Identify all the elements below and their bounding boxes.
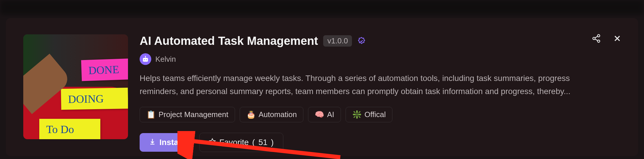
header-row: AI Automated Task Management v1.0.0: [140, 34, 621, 47]
install-button[interactable]: Install: [140, 133, 192, 152]
svg-point-2: [146, 59, 147, 60]
svg-rect-0: [143, 58, 148, 62]
svg-point-10: [593, 37, 595, 40]
author-avatar: [140, 53, 151, 65]
share-button[interactable]: [592, 34, 601, 43]
svg-point-9: [597, 35, 600, 37]
verified-icon: [357, 37, 366, 45]
plugin-card: DONE DOING To Do AI Automated Task Manag…: [6, 18, 638, 156]
tag-label: AI: [327, 110, 334, 119]
svg-line-12: [595, 39, 597, 40]
tag-automation[interactable]: 🎂 Automation: [240, 107, 304, 122]
plugin-content: AI Automated Task Management v1.0.0: [140, 34, 621, 144]
tag-emoji: 📋: [146, 110, 156, 119]
tag-label: Offical: [364, 110, 386, 119]
install-label: Install: [159, 138, 183, 147]
background-blur: [0, 0, 644, 15]
author-name: Kelvin: [155, 55, 176, 64]
svg-marker-6: [209, 139, 215, 144]
plugin-description: Helps teams efficiently manage weekly ta…: [140, 72, 605, 98]
favorite-label: Favorite: [219, 138, 249, 147]
favorite-button[interactable]: Favorite(51): [199, 133, 283, 152]
svg-point-1: [144, 59, 145, 60]
tags-row: 📋 Project Management 🎂 Automation 🧠 AI ❇…: [140, 107, 621, 122]
star-icon: [209, 138, 216, 147]
author-row: Kelvin: [140, 53, 621, 65]
svg-point-4: [145, 56, 146, 57]
tag-emoji: ❇️: [352, 110, 362, 119]
tag-ai[interactable]: 🧠 AI: [308, 107, 341, 122]
version-badge: v1.0.0: [323, 35, 352, 47]
favorite-count: 51: [258, 138, 267, 147]
tag-emoji: 🧠: [315, 110, 324, 119]
sticky-note-todo: To Do: [39, 119, 100, 139]
tag-label: Project Management: [159, 110, 228, 119]
tag-label: Automation: [259, 110, 297, 119]
tag-official[interactable]: ❇️ Offical: [346, 107, 392, 122]
svg-point-11: [597, 40, 600, 42]
tag-project-management[interactable]: 📋 Project Management: [140, 107, 235, 122]
tag-emoji: 🎂: [246, 110, 256, 119]
sticky-note-done: DONE: [81, 58, 128, 81]
sticky-note-doing: DOING: [61, 88, 128, 110]
top-actions: [592, 34, 622, 43]
buttons-row: Install Favorite(51): [140, 133, 621, 152]
download-icon: [149, 138, 156, 147]
close-button[interactable]: [613, 34, 622, 43]
svg-line-13: [595, 36, 597, 38]
plugin-thumbnail: DONE DOING To Do: [23, 34, 128, 139]
plugin-title: AI Automated Task Management: [140, 34, 318, 47]
